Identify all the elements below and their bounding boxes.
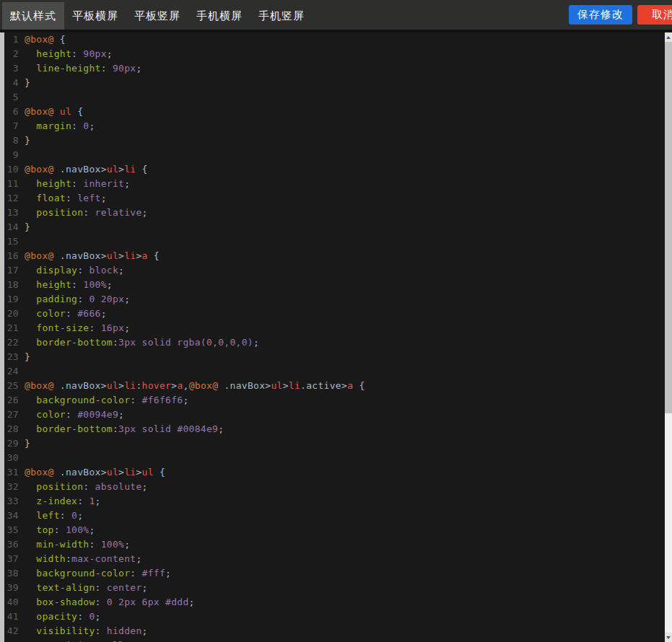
code-token-val: inherit [83, 178, 124, 189]
code-line[interactable]: 32 position: absolute; [4, 480, 665, 494]
code-token-tag: a [142, 250, 148, 261]
line-number: 24 [4, 364, 25, 379]
code-token-pl: .navBox> [54, 380, 107, 391]
code-token-prop: height [36, 48, 71, 59]
css-code-editor[interactable]: 1@box@ {2 height: 90px;3 line-height: 90… [4, 32, 665, 642]
code-line[interactable]: 18 height: 100%; [4, 278, 665, 292]
code-line[interactable]: 38 background-color: #fff; [4, 566, 665, 581]
code-line[interactable]: 3 line-height: 90px; [4, 61, 665, 76]
code-token-pl [25, 582, 36, 593]
code-token-val: 90px [83, 48, 107, 59]
code-token-pl: { [54, 34, 66, 45]
code-line[interactable]: 7 margin: 0; [4, 119, 665, 133]
code-line[interactable]: 24 [4, 364, 665, 379]
code-line[interactable]: 2 height: 90px; [4, 47, 665, 61]
code-token-tag: ul [107, 467, 118, 478]
code-line[interactable]: 9 [4, 148, 665, 162]
code-line[interactable]: 13 position: relative; [4, 206, 665, 220]
code-token-pl: ; [124, 294, 130, 304]
code-token-pl: : [66, 409, 77, 420]
code-token-val: 3px solid #0084e9 [118, 423, 218, 434]
code-token-pl [25, 120, 36, 131]
code-line[interactable]: 5 [4, 90, 665, 105]
tab-tablet-landscape[interactable]: 平板横屏 [64, 2, 126, 30]
scroll-down-button[interactable] [665, 633, 672, 642]
code-line[interactable]: 31@box@ .navBox>ul>li>ul { [4, 465, 665, 480]
code-line[interactable]: 14} [4, 220, 665, 234]
code-line[interactable]: 4} [4, 76, 665, 90]
tab-tablet-portrait[interactable]: 平板竖屏 [126, 2, 188, 30]
code-line[interactable]: 11 height: inherit; [4, 177, 665, 191]
code-token-pl: .navBox> [54, 164, 107, 175]
code-line[interactable]: 36 min-width: 100%; [4, 537, 665, 552]
style-tabs: 默认样式平板横屏平板竖屏手机横屏手机竖屏 [2, 0, 313, 30]
code-line[interactable]: 26 background-color: #f6f6f6; [4, 393, 665, 408]
code-line[interactable]: 40 box-shadow: 0 2px 6px #ddd; [4, 595, 665, 610]
code-line[interactable]: 39 text-align: center; [4, 581, 665, 595]
code-token-prop: opacity [36, 611, 77, 622]
code-token-pl [25, 207, 36, 218]
code-line[interactable]: 6@box@ ul { [4, 105, 665, 119]
code-token-pl: > [118, 250, 124, 261]
code-token-pl: : [71, 279, 83, 290]
tab-phone-landscape[interactable]: 手机横屏 [188, 2, 250, 30]
code-token-val: block [89, 265, 118, 276]
code-line[interactable]: 30 [4, 451, 665, 465]
code-line[interactable]: 35 top: 100%; [4, 523, 665, 537]
code-token-val: 0 [71, 510, 77, 521]
scrollbar-thumb[interactable] [665, 42, 672, 413]
code-line[interactable]: 20 color: #666; [4, 307, 665, 321]
code-token-pl: ; [124, 322, 130, 333]
code-token-pl: ; [77, 510, 83, 521]
code-line[interactable]: 17 display: block; [4, 263, 665, 278]
code-line[interactable]: 8} [4, 133, 665, 148]
line-number: 42 [4, 624, 25, 638]
code-line[interactable]: 19 padding: 0 20px; [4, 292, 665, 307]
code-line[interactable]: 41 opacity: 0; [4, 610, 665, 624]
code-line[interactable]: 37 width:max-content; [4, 552, 665, 566]
code-token-prop: color [36, 409, 66, 420]
tab-phone-portrait[interactable]: 手机竖屏 [250, 2, 313, 30]
code-token-val: 90px [113, 63, 136, 74]
line-number: 16 [4, 249, 25, 263]
scroll-up-button[interactable] [665, 32, 672, 42]
code-token-val: 100% [101, 539, 125, 550]
vertical-scrollbar[interactable] [665, 32, 672, 642]
code-line[interactable]: 25@box@ .navBox>ul>li:hover>a,@box@ .nav… [4, 379, 665, 393]
code-line[interactable]: 16@box@ .navBox>ul>li>a { [4, 249, 665, 263]
line-number: 22 [4, 335, 25, 350]
line-number: 15 [4, 234, 25, 249]
code-token-pl: : [95, 625, 107, 636]
code-token-val: #0094e9 [77, 409, 118, 420]
code-token-pl: ; [118, 265, 124, 276]
code-token-pl: : [89, 539, 100, 550]
code-token-pl: : [54, 524, 66, 535]
code-line[interactable]: 10@box@ .navBox>ul>li { [4, 162, 665, 177]
code-line[interactable]: 23} [4, 350, 665, 364]
code-token-val: left [77, 193, 101, 203]
code-line[interactable]: 28 border-bottom:3px solid #0084e9; [4, 422, 665, 436]
code-token-tag: li [289, 380, 300, 391]
code-token-pl: > [118, 467, 124, 478]
cancel-button[interactable]: 取消 [637, 5, 672, 25]
line-number: 2 [4, 47, 25, 61]
code-token-pl: : [83, 481, 95, 492]
code-line[interactable]: 27 color: #0094e9; [4, 408, 665, 422]
code-token-pl: ; [89, 524, 95, 535]
code-token-pl [25, 423, 36, 434]
code-token-pl: , [183, 380, 189, 391]
code-line[interactable]: 15 [4, 234, 665, 249]
tab-default-style[interactable]: 默认样式 [2, 2, 64, 30]
code-line[interactable]: 22 border-bottom:3px solid rgba(0,0,0,0)… [4, 335, 665, 350]
code-line[interactable]: 33 z-index: 1; [4, 494, 665, 509]
code-line[interactable]: 21 font-size: 16px; [4, 321, 665, 335]
save-button[interactable]: 保存修改 [569, 5, 632, 25]
code-line[interactable]: 34 left: 0; [4, 509, 665, 523]
code-line[interactable]: 29} [4, 436, 665, 451]
code-line[interactable]: 43 transition: all 0.3s; [4, 638, 665, 642]
code-line[interactable]: 12 float: left; [4, 191, 665, 206]
code-token-prop: height [36, 178, 71, 189]
code-line[interactable]: 42 visibility: hidden; [4, 624, 665, 638]
code-token-pl [25, 611, 36, 622]
code-line[interactable]: 1@box@ { [4, 32, 665, 47]
